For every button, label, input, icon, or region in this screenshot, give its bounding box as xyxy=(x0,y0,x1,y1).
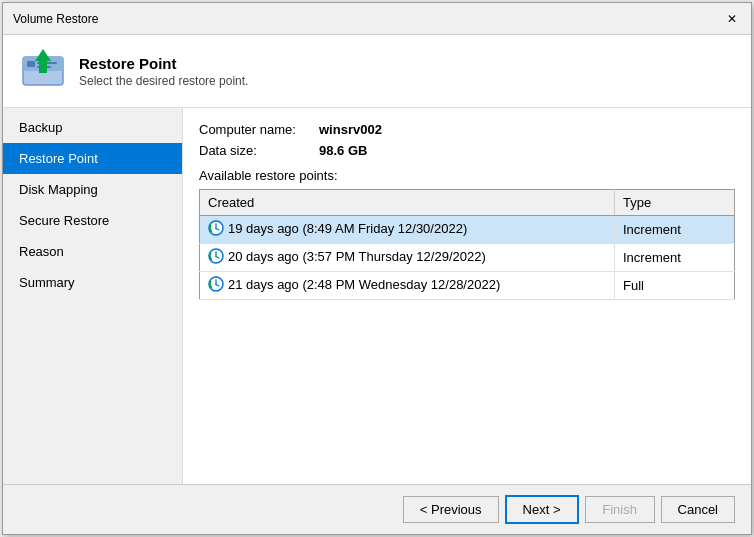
col-header-created: Created xyxy=(200,190,615,216)
computer-name-value: winsrv002 xyxy=(319,122,382,137)
content-area: Backup Restore Point Disk Mapping Secure… xyxy=(3,108,751,484)
available-restore-points-label: Available restore points: xyxy=(199,168,735,183)
computer-name-row: Computer name: winsrv002 xyxy=(199,122,735,137)
data-size-row: Data size: 98.6 GB xyxy=(199,143,735,158)
sidebar-item-restore-point[interactable]: Restore Point xyxy=(3,143,182,174)
restore-point-icon: 19 days ago (8:49 AM Friday 12/30/2022) xyxy=(208,220,467,236)
header-title: Restore Point xyxy=(79,55,248,72)
sidebar-item-secure-restore[interactable]: Secure Restore xyxy=(3,205,182,236)
restore-point-icon: 21 days ago (2:48 PM Wednesday 12/28/202… xyxy=(208,276,500,292)
table-row[interactable]: 19 days ago (8:49 AM Friday 12/30/2022)I… xyxy=(200,216,735,244)
restore-point-type: Full xyxy=(615,272,735,300)
table-row[interactable]: 20 days ago (3:57 PM Thursday 12/29/2022… xyxy=(200,244,735,272)
computer-name-label: Computer name: xyxy=(199,122,319,137)
col-header-type: Type xyxy=(615,190,735,216)
restore-point-created: 19 days ago (8:49 AM Friday 12/30/2022) xyxy=(200,216,615,244)
restore-point-type: Increment xyxy=(615,244,735,272)
sidebar: Backup Restore Point Disk Mapping Secure… xyxy=(3,108,183,484)
restore-point-type: Increment xyxy=(615,216,735,244)
main-panel: Computer name: winsrv002 Data size: 98.6… xyxy=(183,108,751,484)
data-size-label: Data size: xyxy=(199,143,319,158)
restore-point-created: 21 days ago (2:48 PM Wednesday 12/28/202… xyxy=(200,272,615,300)
cancel-button[interactable]: Cancel xyxy=(661,496,735,523)
sidebar-item-backup[interactable]: Backup xyxy=(3,112,182,143)
title-bar: Volume Restore ✕ xyxy=(3,3,751,35)
restore-points-table: Created Type 19 days ago (8:49 AM Friday… xyxy=(199,189,735,300)
footer: < Previous Next > Finish Cancel xyxy=(3,484,751,534)
header-subtitle: Select the desired restore point. xyxy=(79,74,248,88)
title-bar-left: Volume Restore xyxy=(13,12,98,26)
header-area: Restore Point Select the desired restore… xyxy=(3,35,751,108)
restore-point-icon: 20 days ago (3:57 PM Thursday 12/29/2022… xyxy=(208,248,486,264)
previous-button[interactable]: < Previous xyxy=(403,496,499,523)
data-size-value: 98.6 GB xyxy=(319,143,367,158)
header-text: Restore Point Select the desired restore… xyxy=(79,55,248,88)
finish-button[interactable]: Finish xyxy=(585,496,655,523)
svg-rect-2 xyxy=(27,61,35,67)
restore-icon xyxy=(19,47,67,95)
close-button[interactable]: ✕ xyxy=(723,10,741,28)
sidebar-item-reason[interactable]: Reason xyxy=(3,236,182,267)
sidebar-item-disk-mapping[interactable]: Disk Mapping xyxy=(3,174,182,205)
volume-restore-dialog: Volume Restore ✕ Restore Point Select th… xyxy=(2,2,752,535)
next-button[interactable]: Next > xyxy=(505,495,579,524)
sidebar-item-summary[interactable]: Summary xyxy=(3,267,182,298)
table-row[interactable]: 21 days ago (2:48 PM Wednesday 12/28/202… xyxy=(200,272,735,300)
restore-point-created: 20 days ago (3:57 PM Thursday 12/29/2022… xyxy=(200,244,615,272)
dialog-title: Volume Restore xyxy=(13,12,98,26)
